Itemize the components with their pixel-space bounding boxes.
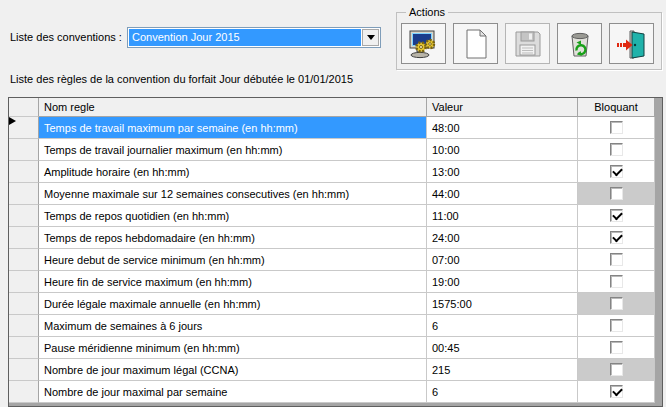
- rule-value-cell[interactable]: 07:00: [427, 249, 578, 271]
- rule-value-cell[interactable]: 1575:00: [427, 293, 578, 315]
- row-selector-cell[interactable]: [9, 381, 39, 403]
- rule-value-cell[interactable]: 10:00: [427, 139, 578, 161]
- grid-filler: [655, 293, 662, 315]
- table-row[interactable]: Temps de repos quotidien (en hh:mm) 11:0…: [9, 205, 662, 227]
- row-selector-cell[interactable]: [9, 117, 39, 139]
- process-button[interactable]: [401, 23, 446, 64]
- rule-value-cell[interactable]: 19:00: [427, 271, 578, 293]
- rule-name-cell[interactable]: Temps de travail maximum par semaine (en…: [39, 117, 427, 139]
- bloquant-checkbox[interactable]: [610, 297, 623, 310]
- table-row[interactable]: Durée légale maximale annuelle (en hh:mm…: [9, 293, 662, 315]
- save-button[interactable]: [505, 23, 550, 64]
- grid-filler: [655, 117, 662, 139]
- rule-value-cell[interactable]: 11:00: [427, 205, 578, 227]
- rule-value-cell[interactable]: 6: [427, 381, 578, 403]
- bloquant-cell[interactable]: [578, 205, 655, 227]
- bloquant-checkbox[interactable]: [610, 275, 623, 288]
- delete-button[interactable]: [557, 23, 602, 64]
- bloquant-cell[interactable]: [578, 161, 655, 183]
- conventions-combobox[interactable]: Convention Jour 2015: [127, 27, 381, 48]
- rule-name-cell[interactable]: Nombre de jour maximum légal (CCNA): [39, 359, 427, 381]
- bloquant-cell[interactable]: [578, 227, 655, 249]
- table-row[interactable]: Temps de travail journalier maximum (en …: [9, 139, 662, 161]
- bloquant-checkbox[interactable]: [610, 187, 623, 200]
- bloquant-checkbox[interactable]: [610, 231, 623, 244]
- rule-name-cell[interactable]: Temps de repos quotidien (en hh:mm): [39, 205, 427, 227]
- bloquant-cell[interactable]: [578, 249, 655, 271]
- bloquant-cell[interactable]: [578, 293, 655, 315]
- column-header-valeur[interactable]: Valeur: [427, 98, 578, 117]
- new-document-icon: [460, 28, 492, 60]
- bloquant-cell[interactable]: [578, 117, 655, 139]
- table-row[interactable]: Nombre de jour maximum légal (CCNA) 215: [9, 359, 662, 381]
- current-row-arrow-icon: [9, 117, 16, 125]
- rule-name-cell[interactable]: Moyenne maximale sur 12 semaines consecu…: [39, 183, 427, 205]
- row-selector-cell[interactable]: [9, 183, 39, 205]
- rule-value-cell[interactable]: 24:00: [427, 227, 578, 249]
- table-row[interactable]: Nombre de jour maximal par semaine 6: [9, 381, 662, 403]
- rule-name-cell[interactable]: Temps de repos hebdomadaire (en hh:mm): [39, 227, 427, 249]
- table-row[interactable]: Heure fin de service maximum (en hh:mm) …: [9, 271, 662, 293]
- rule-value-cell[interactable]: 00:45: [427, 337, 578, 359]
- bloquant-checkbox[interactable]: [610, 341, 623, 354]
- actions-group-label: Actions: [406, 6, 448, 18]
- row-selector-cell[interactable]: [9, 293, 39, 315]
- rule-name-cell[interactable]: Nombre de jour maximal par semaine: [39, 381, 427, 403]
- table-row[interactable]: Temps de travail maximum par semaine (en…: [9, 117, 662, 139]
- rule-value-cell[interactable]: 13:00: [427, 161, 578, 183]
- rule-name-cell[interactable]: Temps de travail journalier maximum (en …: [39, 139, 427, 161]
- rule-value-cell[interactable]: 6: [427, 315, 578, 337]
- row-selector-cell[interactable]: [9, 205, 39, 227]
- table-row[interactable]: Maximum de semaines à 6 jours 6: [9, 315, 662, 337]
- bloquant-checkbox[interactable]: [610, 253, 623, 266]
- rule-value-cell[interactable]: 48:00: [427, 117, 578, 139]
- bloquant-checkbox[interactable]: [610, 319, 623, 332]
- grid-filler: [655, 315, 662, 337]
- row-selector-cell[interactable]: [9, 271, 39, 293]
- rule-name-cell[interactable]: Durée légale maximale annuelle (en hh:mm…: [39, 293, 427, 315]
- rule-value-cell[interactable]: 44:00: [427, 183, 578, 205]
- exit-button[interactable]: [609, 23, 654, 64]
- bloquant-cell[interactable]: [578, 139, 655, 161]
- bloquant-checkbox[interactable]: [610, 363, 623, 376]
- bloquant-checkbox[interactable]: [610, 165, 623, 178]
- rules-list-label: Liste des règles de la convention du for…: [10, 73, 353, 85]
- table-row[interactable]: Temps de repos hebdomadaire (en hh:mm) 2…: [9, 227, 662, 249]
- dropdown-arrow-icon[interactable]: [362, 29, 379, 46]
- column-header-nom-regle[interactable]: Nom regle: [39, 98, 427, 117]
- conventions-combobox-value: Convention Jour 2015: [129, 29, 361, 46]
- rule-name-cell[interactable]: Maximum de semaines à 6 jours: [39, 315, 427, 337]
- row-selector-cell[interactable]: [9, 249, 39, 271]
- table-row[interactable]: Amplitude horaire (en hh:mm) 13:00: [9, 161, 662, 183]
- column-header-bloquant[interactable]: Bloquant: [578, 98, 655, 117]
- row-selector-cell[interactable]: [9, 359, 39, 381]
- bloquant-cell[interactable]: [578, 271, 655, 293]
- bloquant-checkbox[interactable]: [610, 121, 623, 134]
- conventions-label: Liste des conventions :: [10, 31, 122, 43]
- bloquant-cell[interactable]: [578, 337, 655, 359]
- bloquant-cell[interactable]: [578, 315, 655, 337]
- actions-groupbox: Actions: [396, 6, 662, 70]
- bloquant-checkbox[interactable]: [610, 385, 623, 398]
- row-selector-cell[interactable]: [9, 227, 39, 249]
- bloquant-checkbox[interactable]: [610, 143, 623, 156]
- bloquant-cell[interactable]: [578, 359, 655, 381]
- bloquant-cell[interactable]: [578, 381, 655, 403]
- grid-filler: [655, 98, 662, 117]
- rule-name-cell[interactable]: Heure fin de service maximum (en hh:mm): [39, 271, 427, 293]
- new-button[interactable]: [453, 23, 498, 64]
- row-selector-cell[interactable]: [9, 139, 39, 161]
- bloquant-checkbox[interactable]: [610, 209, 623, 222]
- row-selector-cell[interactable]: [9, 315, 39, 337]
- row-selector-cell[interactable]: [9, 161, 39, 183]
- table-row[interactable]: Pause méridienne minimum (en hh:mm) 00:4…: [9, 337, 662, 359]
- row-selector-cell[interactable]: [9, 337, 39, 359]
- rule-name-cell[interactable]: Heure debut de service minimum (en hh:mm…: [39, 249, 427, 271]
- bloquant-cell[interactable]: [578, 183, 655, 205]
- rule-value-cell[interactable]: 215: [427, 359, 578, 381]
- table-row[interactable]: Heure debut de service minimum (en hh:mm…: [9, 249, 662, 271]
- rule-name-cell[interactable]: Amplitude horaire (en hh:mm): [39, 161, 427, 183]
- rule-name-cell[interactable]: Pause méridienne minimum (en hh:mm): [39, 337, 427, 359]
- table-row[interactable]: Moyenne maximale sur 12 semaines consecu…: [9, 183, 662, 205]
- grid-filler: [655, 249, 662, 271]
